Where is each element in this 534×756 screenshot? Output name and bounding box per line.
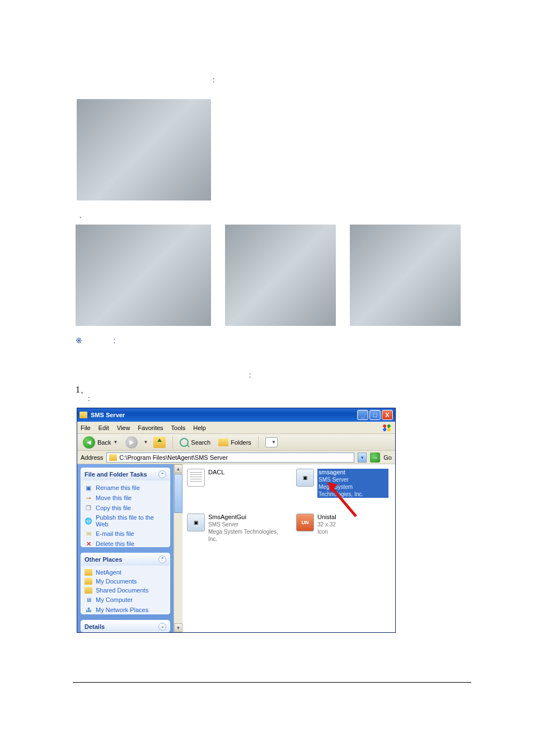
delete-icon: ✕ [85,540,92,547]
step-1: 1、 [76,385,89,394]
folder-icon [85,578,92,585]
address-path: C:\Program Files\NetAgent\SMS Server [119,454,228,461]
uninstall-icon: UN [296,514,314,531]
place-netagent[interactable]: NetAgent [85,568,166,577]
folder-icon [109,454,117,461]
place-label: Shared Documents [96,587,148,594]
red-arrow-annotation [325,480,359,519]
file-dacl[interactable]: DACL [187,469,279,498]
forward-button[interactable]: ► [123,435,140,450]
place-label: NetAgent [96,569,121,576]
place-mycomputer[interactable]: 🖥My Computer [85,595,166,605]
folders-icon [218,438,228,446]
file-name: smsagent [318,469,387,476]
place-mydocs[interactable]: My Documents [85,577,166,586]
task-label: Publish this file to the Web [96,514,166,528]
details-title: Details [85,623,105,630]
back-dropdown-icon[interactable]: ▼ [113,440,118,445]
back-label: Back [97,439,111,446]
windows-flag-icon [382,423,392,432]
file-company: Mega System Technologies, Inc. [208,528,279,543]
colon-3: : [249,371,251,379]
caret-sep: 、 [79,211,86,219]
scroll-thumb[interactable] [174,474,182,513]
window-title: SMS Server [91,412,357,418]
go-label: Go [383,454,392,461]
titlebar: SMS Server _ □ X [77,408,395,422]
folder-icon [79,412,87,418]
computer-icon: 🖥 [85,596,92,604]
views-icon: ▼ [265,437,278,447]
side-panel: File and Folder Tasks ⌃ ▣Rename this fil… [77,464,174,632]
file-dim: 32 x 32 [317,521,336,528]
photo-sim-insert [77,99,211,200]
move-icon: ➙ [85,494,92,502]
task-label: Rename this file [96,484,140,491]
up-button[interactable] [151,436,168,449]
place-shared[interactable]: Shared Documents [85,586,166,595]
file-name: DACL [208,469,224,476]
toolbar: ◄ Back ▼ ► ▼ Search Folders ▼ [77,434,395,451]
expand-icon[interactable]: ⌄ [158,623,166,631]
task-publish[interactable]: 🌐Publish this file to the Web [85,513,166,529]
explorer-window: SMS Server _ □ X File Edit View Favorite… [77,408,396,633]
place-label: My Computer [96,596,133,603]
other-places-panel: Other Places ⌃ NetAgent My Documents Sha… [81,553,170,614]
footer-rule [73,682,471,683]
collapse-icon[interactable]: ⌃ [158,556,166,563]
address-dropdown-icon[interactable]: ▾ [358,452,367,463]
address-label: Address [81,454,103,461]
side-scrollbar[interactable]: ▲ ▼ [174,464,182,632]
separator [258,436,259,449]
forward-dropdown-icon[interactable]: ▼ [143,440,148,445]
up-icon [153,437,166,448]
menu-edit[interactable]: Edit [99,424,109,431]
menu-view[interactable]: View [117,424,130,431]
task-email[interactable]: ✉E-mail this file [85,529,166,539]
file-smsagentgui[interactable]: ▣ SmsAgentGui SMS Server Mega System Tec… [187,514,279,543]
back-icon: ◄ [83,436,95,449]
folder-icon [85,587,92,594]
colon-blue: : [113,336,115,345]
photo-modem-cable [76,225,211,326]
menubar: File Edit View Favorites Tools Help [77,422,395,434]
task-delete[interactable]: ✕Delete this file [85,539,166,547]
folders-button[interactable]: Folders [216,437,254,447]
views-button[interactable]: ▼ [263,436,280,449]
details-panel: Details ⌄ [81,620,170,632]
task-rename[interactable]: ▣Rename this file [85,483,166,493]
menu-file[interactable]: File [81,424,91,431]
colon-4: : [88,394,90,403]
separator [172,436,173,449]
back-button[interactable]: ◄ Back ▼ [81,435,120,450]
file-type: Icon [317,528,336,535]
file-name: SmsAgentGui [208,514,279,521]
task-move[interactable]: ➙Move this file [85,493,166,503]
network-icon: 🖧 [85,606,92,614]
collapse-icon[interactable]: ⌃ [158,470,166,478]
address-input[interactable]: C:\Program Files\NetAgent\SMS Server [106,452,354,463]
place-label: My Network Places [96,606,148,613]
task-copy[interactable]: ❐Copy this file [85,503,166,513]
search-label: Search [191,439,210,446]
minimize-button[interactable]: _ [357,410,368,420]
menu-tools[interactable]: Tools [171,424,186,431]
task-label: Move this file [96,494,132,501]
place-label: My Documents [96,578,137,585]
file-desc: SMS Server [208,521,279,528]
search-button[interactable]: Search [177,437,213,448]
menu-help[interactable]: Help [193,424,206,431]
scroll-up-icon[interactable]: ▲ [174,464,182,473]
forward-icon: ► [125,436,138,449]
maximize-button[interactable]: □ [369,410,381,420]
close-button[interactable]: X [382,410,393,420]
file-folder-tasks-panel: File and Folder Tasks ⌃ ▣Rename this fil… [81,468,170,547]
photo-pc-power [350,225,461,326]
publish-icon: 🌐 [85,517,92,525]
rename-icon: ▣ [85,484,92,492]
scroll-down-icon[interactable]: ▼ [174,623,182,632]
menu-favorites[interactable]: Favorites [138,424,163,431]
go-button[interactable]: → [370,452,380,463]
reference-symbol: ※ [76,336,82,345]
place-network[interactable]: 🖧My Network Places [85,605,166,614]
